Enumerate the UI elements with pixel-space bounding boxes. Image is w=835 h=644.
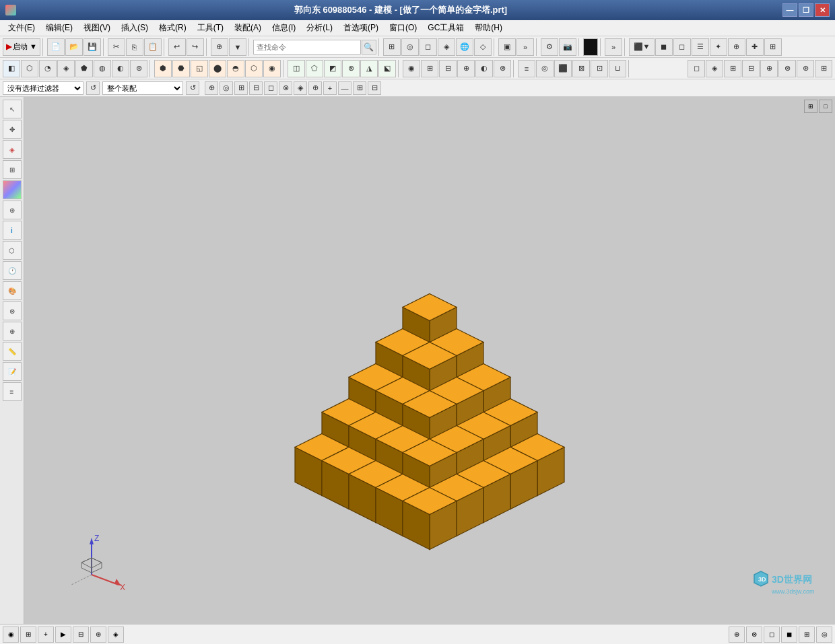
model-btn-a[interactable]: ⬢ [154, 60, 172, 77]
status-btn-f[interactable]: ⊛ [90, 627, 106, 643]
model-btn-g[interactable]: ◉ [263, 60, 281, 77]
extra-btn-f[interactable]: ⊔ [609, 60, 626, 77]
feature-btn-d[interactable]: ☰ [692, 38, 709, 56]
save-file-button[interactable]: 💾 [84, 38, 101, 56]
filter-btn-a[interactable]: ⊕ [205, 81, 218, 95]
copy-button[interactable]: ⎘ [126, 38, 143, 56]
feature-btn-f[interactable]: ⊕ [728, 38, 745, 56]
sketch-btn-a[interactable]: ◧ [3, 60, 20, 77]
menu-help[interactable]: 帮助(H) [469, 21, 508, 35]
analysis-btn-d[interactable]: ⊕ [457, 60, 475, 77]
filter-refresh-button[interactable]: ↺ [86, 81, 100, 95]
snap-button[interactable]: ⊕ [211, 38, 228, 56]
model-btn-c[interactable]: ◱ [191, 60, 208, 77]
view-grid-button[interactable]: ⊞ [383, 38, 401, 56]
undo-button[interactable]: ↩ [168, 38, 186, 56]
status-btn-g[interactable]: ◈ [108, 627, 124, 643]
view-display-button[interactable]: ▣ [498, 38, 516, 56]
surface-btn-b[interactable]: ⬠ [306, 60, 323, 77]
status-right-f[interactable]: ◎ [816, 627, 832, 643]
cut-button[interactable]: ✂ [108, 38, 125, 56]
menu-preferences[interactable]: 首选项(P) [338, 21, 384, 35]
sketch-btn-e[interactable]: ⬟ [75, 60, 93, 77]
right-extra-a[interactable]: ◻ [688, 60, 705, 77]
status-right-d[interactable]: ◼ [781, 627, 797, 643]
assembly-refresh-button[interactable]: ↺ [186, 81, 199, 95]
restore-button[interactable]: ❐ [799, 3, 813, 17]
viewport[interactable]: ⊞ □ [24, 97, 835, 624]
menu-window[interactable]: 窗口(O) [384, 21, 422, 35]
right-extra-g[interactable]: ⊛ [797, 60, 814, 77]
sidebar-btn-constraint[interactable]: ⊗ [3, 301, 22, 320]
sketch-btn-f[interactable]: ◍ [94, 60, 111, 77]
sidebar-btn-info[interactable]: i [3, 221, 22, 240]
right-extra-h[interactable]: ⊞ [815, 60, 832, 77]
search-button[interactable]: 🔍 [362, 40, 376, 55]
right-extra-c[interactable]: ⊞ [724, 60, 741, 77]
sidebar-btn-layers[interactable]: ⊞ [3, 160, 22, 179]
analysis-btn-b[interactable]: ⊞ [421, 60, 438, 77]
menu-file[interactable]: 文件(E) [3, 21, 40, 35]
filter-btn-g[interactable]: ◈ [294, 81, 307, 95]
camera-button[interactable]: 📷 [559, 38, 576, 56]
feature-btn-c[interactable]: ◻ [673, 38, 691, 56]
analysis-btn-a[interactable]: ◉ [403, 60, 420, 77]
analysis-btn-e[interactable]: ◐ [475, 60, 493, 77]
status-btn-c[interactable]: + [38, 627, 54, 643]
status-btn-a[interactable]: ◉ [3, 627, 19, 643]
surface-btn-c[interactable]: ◩ [324, 60, 341, 77]
color-box[interactable] [583, 38, 598, 56]
sidebar-btn-palette[interactable]: 🎨 [3, 281, 22, 300]
filter-btn-h[interactable]: ⊕ [308, 81, 322, 95]
menu-insert[interactable]: 插入(S) [116, 21, 154, 35]
sidebar-btn-display[interactable] [3, 180, 22, 199]
startup-button[interactable]: ▶ 启动 ▼ [3, 38, 40, 56]
surface-btn-f[interactable]: ⬕ [378, 60, 396, 77]
viewport-split-btn[interactable]: ⊞ [804, 100, 817, 113]
search-input[interactable] [253, 40, 361, 55]
menu-assembly[interactable]: 装配(A) [229, 21, 267, 35]
filter-btn-l[interactable]: ⊟ [368, 81, 381, 95]
filter-btn-i[interactable]: + [323, 81, 337, 95]
filter-btn-f[interactable]: ⊗ [279, 81, 292, 95]
model-btn-f[interactable]: ⬡ [245, 60, 263, 77]
analysis-btn-f[interactable]: ⊗ [494, 60, 511, 77]
feature-btn-e[interactable]: ✦ [710, 38, 727, 56]
right-extra-b[interactable]: ◈ [706, 60, 723, 77]
menu-edit[interactable]: 编辑(E) [40, 21, 78, 35]
status-right-a[interactable]: ⊕ [729, 627, 745, 643]
model-btn-b[interactable]: ⬣ [172, 60, 190, 77]
sidebar-btn-color[interactable]: ◈ [3, 140, 22, 159]
assembly-select[interactable]: 整个装配 [102, 81, 183, 95]
view-orient-button[interactable]: ◎ [401, 38, 419, 56]
sidebar-btn-measure[interactable]: 📏 [3, 342, 22, 361]
surface-btn-a[interactable]: ◫ [288, 60, 305, 77]
minimize-button[interactable]: — [782, 3, 797, 17]
sketch-btn-b[interactable]: ⬡ [21, 60, 38, 77]
more-views-button[interactable]: » [516, 38, 534, 56]
filter-btn-b[interactable]: ◎ [220, 81, 233, 95]
sidebar-btn-history[interactable]: 🕐 [3, 261, 22, 280]
sketch-btn-d[interactable]: ◈ [57, 60, 75, 77]
filter-btn-d[interactable]: ⊟ [249, 81, 263, 95]
cross-btn[interactable]: ✚ [746, 38, 764, 56]
redo-button[interactable]: ↪ [187, 38, 204, 56]
status-btn-d[interactable]: ▶ [55, 627, 71, 643]
menu-tools[interactable]: 工具(T) [192, 21, 229, 35]
analysis-btn-c[interactable]: ⊟ [439, 60, 457, 77]
feature-btn-g[interactable]: ⊞ [764, 38, 782, 56]
sidebar-btn-move[interactable]: ✥ [3, 120, 22, 139]
sketch-btn-h[interactable]: ⊛ [130, 60, 147, 77]
view-more-button[interactable]: ◇ [474, 38, 492, 56]
status-right-e[interactable]: ⊞ [799, 627, 815, 643]
filter-btn-e[interactable]: ◻ [264, 81, 277, 95]
sidebar-btn-snap[interactable]: ⊕ [3, 322, 22, 341]
paste-button[interactable]: 📋 [144, 38, 162, 56]
view-globe-button[interactable]: 🌐 [456, 38, 473, 56]
sketch-btn-g[interactable]: ◐ [112, 60, 129, 77]
extra-btn-d[interactable]: ⊠ [572, 60, 590, 77]
tools-more-button[interactable]: ⚙ [541, 38, 558, 56]
extra-btn-e[interactable]: ⊡ [591, 60, 608, 77]
sidebar-btn-network[interactable]: ⊛ [3, 201, 22, 219]
status-btn-b[interactable]: ⊞ [20, 627, 36, 643]
